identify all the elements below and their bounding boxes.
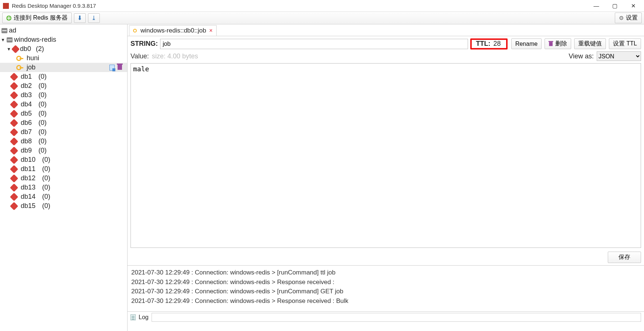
db-item-db10[interactable]: db10 (0): [0, 155, 127, 164]
export-button[interactable]: ⤓: [88, 13, 100, 23]
rename-button[interactable]: Rename: [511, 38, 542, 49]
title-bar: Redis Desktop Manager 0.9.3.817 — ▢ ✕: [0, 0, 644, 12]
database-icon: [11, 45, 20, 53]
database-icon: [10, 109, 18, 118]
db-count: (0): [38, 73, 47, 81]
settings-button[interactable]: ⚙ 设置: [615, 13, 642, 23]
database-icon: [10, 165, 18, 173]
log-line: 2021-07-30 12:29:49 : Connection: window…: [131, 268, 640, 277]
viewas-select[interactable]: JSON: [597, 51, 641, 61]
key-header: STRING: TTL: 28 Rename 删除 重载键值 设置 TTL: [128, 36, 644, 51]
connection-tree[interactable]: ad ▼ windows-redis ▼ db0 (2) huni job: [0, 24, 128, 331]
db-item-db15[interactable]: db15 (0): [0, 201, 127, 211]
db-item-db6[interactable]: db6 (0): [0, 118, 127, 127]
maximize-button[interactable]: ▢: [606, 0, 624, 12]
db-item-db0[interactable]: ▼ db0 (2): [0, 44, 127, 54]
db-name: db0: [20, 45, 31, 53]
db-count: (0): [38, 91, 47, 99]
db-name: db4: [21, 100, 32, 108]
database-icon: [10, 72, 18, 81]
db-name: db6: [21, 119, 32, 127]
key-name-input[interactable]: [160, 39, 468, 49]
connect-button[interactable]: 连接到 Redis 服务器: [2, 13, 72, 23]
db-item-db13[interactable]: db13 (0): [0, 183, 127, 192]
log-footer: Log: [128, 311, 644, 323]
tab-key[interactable]: windows-redis::db0::job ×: [129, 25, 217, 36]
caret-icon[interactable]: ▼: [1, 37, 5, 42]
trash-icon: [549, 42, 553, 46]
database-icon: [10, 183, 18, 192]
save-row: 保存: [128, 249, 644, 265]
database-icon: [10, 137, 18, 146]
db-count: (0): [38, 110, 47, 117]
db-item-db2[interactable]: db2 (0): [0, 81, 127, 91]
minimize-button[interactable]: —: [587, 0, 606, 12]
db-item-db1[interactable]: db1 (0): [0, 72, 127, 81]
reload-button[interactable]: 重载键值: [574, 38, 606, 49]
set-ttl-button[interactable]: 设置 TTL: [609, 38, 641, 49]
db-item-db4[interactable]: db4 (0): [0, 100, 127, 109]
editor-panel: windows-redis::db0::job × STRING: TTL: 2…: [128, 24, 644, 331]
db-count: (0): [42, 193, 50, 201]
db-count: (0): [38, 100, 47, 108]
log-line: 2021-07-30 12:29:49 : Connection: window…: [131, 296, 640, 306]
key-item-job[interactable]: job: [0, 63, 127, 72]
value-size: size: 4.00 bytes: [152, 52, 198, 60]
connection-windows-redis[interactable]: ▼ windows-redis: [0, 35, 127, 44]
tab-close-icon[interactable]: ×: [209, 27, 213, 34]
db-item-db3[interactable]: db3 (0): [0, 91, 127, 100]
db-name: db7: [21, 128, 32, 136]
delete-button[interactable]: 删除: [545, 38, 571, 49]
log-icon: [131, 314, 136, 320]
log-output[interactable]: 2021-07-30 12:29:49 : Connection: window…: [128, 266, 644, 311]
set-ttl-button-label: 设置 TTL: [613, 40, 637, 48]
db-name: db12: [21, 174, 35, 182]
value-editor[interactable]: male: [131, 63, 641, 248]
log-line: 2021-07-30 12:29:49 : Connection: window…: [131, 287, 640, 296]
log-line: 2021-07-30 12:29:49 : Connection: window…: [131, 277, 640, 287]
db-name: db14: [21, 193, 35, 201]
log-footer-label: Log: [139, 314, 149, 321]
import-button[interactable]: ⬇: [74, 13, 86, 23]
server-icon: [1, 28, 7, 33]
db-count: (0): [38, 82, 47, 90]
rename-button-label: Rename: [515, 41, 538, 47]
db-item-db14[interactable]: db14 (0): [0, 192, 127, 201]
db-item-db8[interactable]: db8 (0): [0, 137, 127, 146]
db-count: (0): [42, 165, 50, 173]
export-icon: ⤓: [91, 15, 97, 21]
database-icon: [10, 100, 18, 109]
log-panel: 2021-07-30 12:29:49 : Connection: window…: [128, 265, 644, 323]
database-icon: [10, 91, 18, 99]
reload-button-label: 重载键值: [578, 40, 602, 48]
connect-button-label: 连接到 Redis 服务器: [14, 14, 68, 22]
key-label: huni: [27, 54, 125, 62]
db-item-db5[interactable]: db5 (0): [0, 109, 127, 118]
save-button[interactable]: 保存: [608, 252, 641, 263]
database-icon: [10, 156, 18, 164]
db-item-db7[interactable]: db7 (0): [0, 127, 127, 137]
db-item-db11[interactable]: db11 (0): [0, 164, 127, 174]
command-input[interactable]: [152, 313, 641, 322]
connection-ad[interactable]: ad: [0, 26, 127, 35]
db-count: (0): [38, 147, 47, 154]
key-item-huni[interactable]: huni: [0, 54, 127, 63]
ttl-value: 28: [494, 40, 501, 48]
db-count: (0): [38, 119, 47, 127]
database-icon: [10, 192, 18, 201]
db-item-db12[interactable]: db12 (0): [0, 174, 127, 183]
db-count: (0): [42, 184, 50, 191]
save-button-label: 保存: [618, 253, 630, 261]
db-name: db3: [21, 91, 32, 99]
copy-icon[interactable]: [109, 65, 115, 71]
app-icon: [3, 3, 9, 9]
connection-label: windows-redis: [14, 36, 125, 44]
delete-icon[interactable]: [118, 65, 122, 70]
tab-title: windows-redis::db0::job: [140, 27, 206, 34]
caret-icon[interactable]: ▼: [7, 47, 11, 52]
db-item-db9[interactable]: db9 (0): [0, 146, 127, 155]
db-count: (0): [42, 202, 50, 210]
close-button[interactable]: ✕: [624, 0, 643, 12]
db-name: db8: [21, 137, 32, 145]
db-name: db5: [21, 110, 32, 117]
